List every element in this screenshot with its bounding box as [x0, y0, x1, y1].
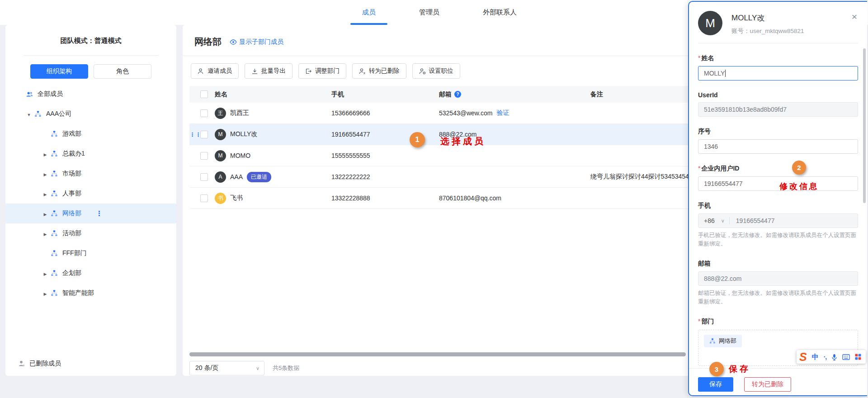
- sogou-logo-icon[interactable]: S: [799, 351, 807, 363]
- download-icon: [251, 68, 258, 75]
- table-body: 王 凯西王 15366669666 532543@wew.com 验证: [189, 103, 692, 209]
- invite-member-button[interactable]: 邀请成员: [191, 63, 239, 79]
- table-row[interactable]: M MOMO 15555555555: [189, 145, 692, 166]
- all-members-icon: [26, 90, 33, 98]
- row-checkbox[interactable]: [200, 131, 208, 138]
- caret-icon[interactable]: [42, 289, 48, 297]
- member-account: 账号：user_mktqww85821: [731, 27, 804, 35]
- avatar: 书: [215, 193, 226, 204]
- vertical-scrollbar[interactable]: [863, 48, 866, 203]
- person-setting-icon: [419, 68, 426, 75]
- annotation-step-3: 3: [709, 362, 724, 376]
- org-structure-button[interactable]: 组织架构: [30, 64, 88, 79]
- email-label: 邮箱: [698, 260, 858, 268]
- member-panel: 网络部 显示子部门成员 邀请成员 批量导出 调整部门 转为已删除: [183, 25, 698, 376]
- tab[interactable]: 成员: [350, 0, 387, 25]
- help-icon[interactable]: ?: [454, 91, 461, 98]
- caret-icon[interactable]: [26, 110, 32, 118]
- adjust-department-button[interactable]: 调整部门: [298, 63, 346, 79]
- row-checkbox[interactable]: [200, 173, 208, 181]
- department-tag[interactable]: 网络部: [704, 335, 742, 347]
- select-all-checkbox[interactable]: [200, 90, 208, 98]
- table-row[interactable]: 书 飞书 13322228888 8706101804@qq.com: [189, 188, 692, 209]
- phone-input: +86 ∨ 19166554477: [698, 213, 858, 228]
- tree-item[interactable]: 总裁办1: [5, 144, 176, 164]
- name-input[interactable]: MOLLY: [698, 66, 858, 81]
- member-phone: 15555555555: [331, 152, 439, 159]
- table-row[interactable]: A AAA 已邀请 13222222222 绕弯儿翁探讨探讨44探讨534534…: [189, 166, 692, 188]
- tree-item-label: 活动部: [62, 229, 81, 237]
- phone-label: 手机: [698, 202, 858, 210]
- tree-item-label: 市场部: [62, 170, 81, 178]
- tab[interactable]: 外部联系人: [471, 0, 528, 25]
- ime-punctuation-toggle[interactable]: ·,: [824, 353, 827, 360]
- tree-item[interactable]: 市场部: [5, 164, 176, 184]
- ime-panel-icon[interactable]: [855, 354, 861, 360]
- annotation-text-2: 修改信息: [779, 181, 819, 192]
- department-icon: [51, 170, 58, 178]
- keyboard-icon[interactable]: [842, 354, 850, 360]
- tree-item[interactable]: 人事部: [5, 184, 176, 204]
- tab-label: 管理员: [419, 8, 439, 17]
- pagination: 20 条/页 ∨ 共5条数据: [189, 361, 299, 375]
- move-to-deleted-button[interactable]: 转为已删除: [352, 63, 406, 79]
- department-icon: [709, 338, 716, 344]
- caret-icon[interactable]: [42, 230, 48, 237]
- annotation-step-1: 1: [410, 132, 425, 147]
- verify-link[interactable]: 验证: [497, 109, 509, 117]
- tab-label: 外部联系人: [483, 8, 517, 17]
- tree-item-label: 智能产能部: [62, 289, 94, 297]
- email-input: 888@22.com: [698, 271, 858, 286]
- deleted-members-link[interactable]: 已删除成员: [18, 360, 61, 368]
- caret-icon[interactable]: [42, 150, 48, 157]
- move-to-deleted-button[interactable]: 转为已删除: [744, 377, 791, 392]
- row-checkbox[interactable]: [200, 194, 208, 202]
- tree-item-label: 总裁办1: [62, 150, 85, 158]
- deleted-members-label: 已删除成员: [29, 360, 61, 368]
- page-size-select[interactable]: 20 条/页 ∨: [189, 361, 264, 375]
- ime-language-toggle[interactable]: 中: [812, 353, 819, 361]
- tab[interactable]: 管理员: [407, 0, 451, 25]
- tree-item[interactable]: AAA公司: [5, 104, 176, 124]
- department-icon: [51, 270, 58, 277]
- save-button[interactable]: 保存: [698, 377, 733, 392]
- horizontal-scrollbar[interactable]: [189, 352, 686, 356]
- col-name: 姓名: [215, 90, 331, 99]
- show-subdept-link[interactable]: 显示子部门成员: [230, 38, 283, 46]
- department-icon: [51, 150, 58, 158]
- tree-item[interactable]: 活动部: [5, 223, 176, 243]
- sequence-input[interactable]: 1346: [698, 139, 858, 154]
- more-menu-icon[interactable]: ⋮: [96, 209, 103, 218]
- chevron-down-icon: ∨: [256, 365, 259, 371]
- close-icon[interactable]: ×: [852, 12, 857, 21]
- tree-item[interactable]: 企划部: [5, 263, 176, 283]
- tree-item[interactable]: FFF部门: [5, 243, 176, 263]
- tree-item[interactable]: 网络部 ⋮: [5, 204, 176, 223]
- table-row[interactable]: 王 凯西王 15366669666 532543@wew.com 验证: [189, 103, 692, 124]
- corp-userid-input[interactable]: 19166554477: [698, 176, 858, 191]
- batch-export-button[interactable]: 批量导出: [245, 63, 292, 79]
- tree-item[interactable]: 游戏部: [5, 124, 176, 144]
- microphone-icon[interactable]: [831, 354, 837, 360]
- department-title: 网络部: [194, 36, 222, 48]
- member-table: 姓名 手机 邮箱? 备注 王 凯西王 15366669666: [189, 86, 692, 209]
- tree-item-label: 游戏部: [62, 130, 81, 138]
- row-checkbox[interactable]: [200, 109, 208, 117]
- deleted-member-icon: [18, 360, 25, 367]
- member-name: MOLLY改: [731, 13, 804, 23]
- set-position-button[interactable]: 设置职位: [412, 63, 460, 79]
- move-out-icon: [305, 68, 312, 75]
- annotation-step-2: 2: [792, 161, 806, 175]
- caret-icon[interactable]: [42, 170, 48, 177]
- caret-icon[interactable]: [42, 270, 48, 277]
- annotation-text-3: 保存: [729, 363, 750, 375]
- phone-prefix-select[interactable]: +86: [704, 217, 715, 224]
- tree-item[interactable]: 智能产能部: [5, 283, 176, 303]
- caret-icon[interactable]: [42, 210, 48, 217]
- caret-icon[interactable]: [42, 190, 48, 197]
- avatar: M: [698, 11, 722, 35]
- row-checkbox[interactable]: [200, 152, 208, 160]
- roles-button[interactable]: 角色: [94, 64, 151, 79]
- drag-handle-icon[interactable]: [189, 133, 200, 137]
- tree-item[interactable]: 全部成员: [5, 84, 176, 104]
